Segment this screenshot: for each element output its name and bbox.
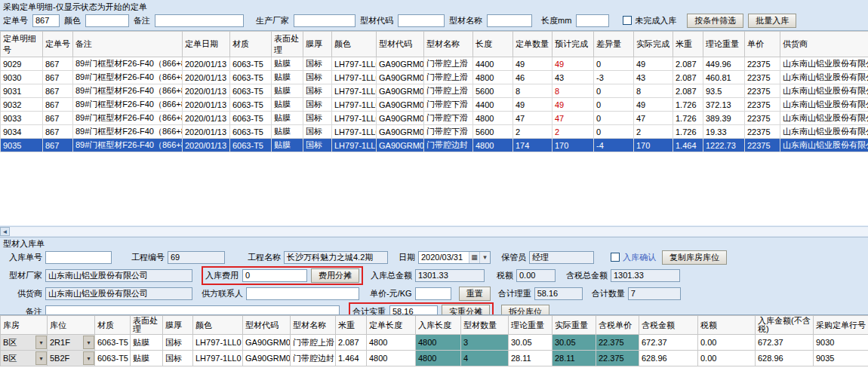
column-header[interactable]: 理论重量: [703, 32, 745, 57]
table-row[interactable]: 902986789#门框型材F26-F40（866+867）2020/01/13…: [1, 57, 868, 71]
chevron-down-icon[interactable]: ▾: [35, 351, 47, 365]
table-row[interactable]: 903286789#门框型材F26-F40（866+867）2020/01/13…: [1, 98, 868, 112]
cell: 867: [43, 57, 73, 71]
column-header[interactable]: 型材名称: [291, 316, 336, 335]
chevron-down-icon[interactable]: ▾: [83, 336, 94, 349]
cell: 49: [513, 57, 553, 71]
column-header[interactable]: 定单明细号: [1, 32, 43, 57]
manufacturer-input[interactable]: [294, 14, 356, 27]
cell: 贴膜: [272, 84, 303, 98]
filter-by-condition-button[interactable]: 按条件筛选: [687, 14, 743, 28]
table-row[interactable]: 903586789#门框型材F26-F40（866+867）2020/01/13…: [1, 139, 868, 152]
chevron-down-icon[interactable]: ▾: [35, 336, 47, 349]
column-header[interactable]: 单价: [745, 32, 780, 57]
cell: 672.37: [639, 335, 698, 351]
supplier-contact-input[interactable]: [246, 287, 359, 300]
column-header[interactable]: 理论重量: [509, 316, 553, 335]
profile-code-input[interactable]: [398, 14, 445, 27]
cell: 22375: [745, 57, 780, 71]
cell[interactable]: 5B2F▾: [48, 351, 95, 366]
cell: 山东南山铝业股份有限公司: [780, 57, 868, 71]
column-header[interactable]: 膜厚: [163, 316, 193, 335]
table-row[interactable]: 903186789#门框型材F26-F40（866+867）2020/01/13…: [1, 84, 868, 98]
order-no-input[interactable]: [32, 14, 60, 27]
column-header[interactable]: 库房: [1, 316, 48, 335]
fee-share-button[interactable]: 费用分摊: [311, 268, 359, 283]
column-header[interactable]: 预计完成: [553, 32, 594, 57]
column-header[interactable]: 长度: [473, 32, 513, 57]
cell: GA90GRM05: [377, 139, 424, 152]
column-header[interactable]: 采购定单行号: [814, 316, 868, 335]
horizontal-scrollbar[interactable]: ◄: [0, 226, 868, 236]
cell: 4800: [367, 335, 416, 351]
table-row[interactable]: 903486789#门框型材F26-F40（866+867）2020/01/13…: [1, 125, 868, 139]
column-header[interactable]: 颜色: [193, 316, 243, 335]
cell: 6063-T5: [230, 57, 272, 71]
column-header[interactable]: 表面处理: [131, 316, 163, 335]
column-header[interactable]: 实际重量: [553, 316, 596, 335]
column-header[interactable]: 实际完成: [634, 32, 673, 57]
column-header[interactable]: 表面处理: [272, 32, 303, 57]
cell: 867: [43, 125, 73, 139]
cell: 22375: [745, 71, 780, 84]
cell[interactable]: 2R1F▾: [48, 335, 95, 351]
scrollbar-track[interactable]: [10, 227, 868, 236]
column-header[interactable]: 定单号: [43, 32, 73, 57]
purchase-order-table: 定单明细号定单号备注定单日期材质表面处理膜厚颜色型材代码型材名称长度定单数量预计…: [0, 31, 868, 152]
column-header[interactable]: 定单日期: [183, 32, 230, 57]
column-header[interactable]: 米重: [673, 32, 703, 57]
cell: GA90GRM05: [243, 351, 291, 366]
factory-field: 山东南山铝业股份有限公司: [45, 269, 192, 282]
cell: 国标: [303, 84, 332, 98]
cell: 门带腔上滑: [291, 335, 336, 351]
column-header[interactable]: 供货商: [780, 32, 868, 57]
profile-name-input[interactable]: [487, 14, 532, 27]
copy-location-button[interactable]: 复制库房库位: [662, 250, 727, 265]
column-header[interactable]: 材质: [230, 32, 272, 57]
reset-button[interactable]: 重置: [459, 287, 491, 301]
cell[interactable]: B区▾: [1, 335, 48, 351]
column-header[interactable]: 颜色: [332, 32, 377, 57]
cell[interactable]: B区▾: [1, 351, 48, 366]
table-row[interactable]: B区▾2R1F▾6063-T5贴膜国标LH797-1LL0GA90GRM03门带…: [1, 335, 868, 351]
batch-inbound-button[interactable]: 批量入库: [748, 14, 796, 28]
remark-input[interactable]: [155, 14, 244, 27]
column-header[interactable]: 库位: [48, 316, 95, 335]
table-row[interactable]: 903386789#门框型材F26-F40（866+867）2020/01/13…: [1, 112, 868, 125]
column-header[interactable]: 税额: [698, 316, 756, 335]
column-header[interactable]: 入库长度: [416, 316, 461, 335]
column-header[interactable]: 差异量: [594, 32, 634, 57]
inbound-confirm-checkbox[interactable]: [611, 253, 620, 262]
unit-price-input[interactable]: [415, 287, 451, 300]
cell: 1.464: [673, 139, 703, 152]
table-row[interactable]: B区▾5B2F▾6063-T5贴膜国标LH797-1LL0GA90GRM05门带…: [1, 351, 868, 366]
cell: 门带腔下滑: [424, 112, 473, 125]
date-picker[interactable]: 2020/03/31 ▦ ▾: [418, 251, 491, 264]
column-header[interactable]: 型材代码: [377, 32, 424, 57]
column-header[interactable]: 型材数量: [461, 316, 509, 335]
fee-input[interactable]: [242, 269, 307, 282]
column-header[interactable]: 膜厚: [303, 32, 332, 57]
column-header[interactable]: 备注: [73, 32, 183, 57]
column-header[interactable]: 米重: [336, 316, 367, 335]
chevron-down-icon[interactable]: ▾: [479, 252, 490, 263]
column-header[interactable]: 型材名称: [424, 32, 473, 57]
column-header[interactable]: 定单长度: [367, 316, 416, 335]
cell: 1.726: [673, 98, 703, 112]
length-input[interactable]: [576, 14, 609, 27]
column-header[interactable]: 含税金额: [639, 316, 698, 335]
column-header[interactable]: 型材代码: [243, 316, 291, 335]
chevron-down-icon[interactable]: ▾: [83, 351, 94, 365]
cell: 0: [594, 98, 634, 112]
column-header[interactable]: 定单数量: [513, 32, 553, 57]
scroll-left-icon[interactable]: ◄: [0, 227, 10, 236]
cell: 贴膜: [272, 98, 303, 112]
column-header[interactable]: 含税单价: [596, 316, 639, 335]
column-header[interactable]: 入库金额(不含税): [756, 316, 814, 335]
column-header[interactable]: 材质: [95, 316, 131, 335]
color-input[interactable]: [85, 14, 129, 27]
calendar-icon[interactable]: ▦: [469, 252, 479, 263]
table-row[interactable]: 903086789#门框型材F26-F40（866+867）2020/01/13…: [1, 71, 868, 84]
inbound-no-input[interactable]: [45, 251, 112, 264]
unfinished-inbound-checkbox[interactable]: [623, 16, 632, 25]
